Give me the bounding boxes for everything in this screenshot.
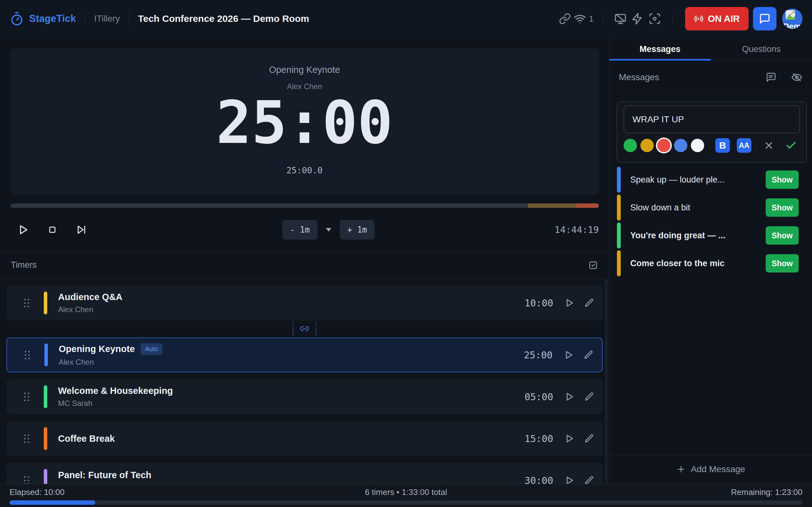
edit-pencil-icon[interactable] [584,434,595,444]
edit-pencil-icon[interactable] [584,298,595,308]
room-title: Tech Conference 2026 — Demo Room [138,13,309,24]
drag-handle[interactable] [24,299,29,307]
eye-off-icon[interactable] [791,72,803,83]
message-item[interactable]: Speak up — louder ple... Show [617,167,806,193]
message-color-bar [617,250,621,276]
message-text: You're doing great — ... [630,231,725,240]
timers-scrollbar[interactable] [605,279,608,484]
panel-header-icons [766,72,803,83]
active-timer-name: Opening Keynote [269,65,340,75]
connection-status[interactable]: 1 [573,12,594,25]
play-button[interactable] [17,223,30,236]
drag-handle[interactable] [24,476,29,484]
minus-1m-button[interactable]: - 1m [282,220,317,239]
share-link-button[interactable] [556,10,573,27]
timers-title: Timers [11,260,37,270]
check-square-icon[interactable] [588,260,598,270]
transport-buttons [17,223,87,236]
timer-row[interactable]: Audience Q&A Alex Chen 10:00 [6,285,603,320]
panel-title: Messages [619,72,659,82]
timer-row-selected[interactable]: Opening Keynote Auto Alex Chen 25:00 [6,337,603,372]
edit-pencil-icon[interactable] [583,350,594,360]
tab-messages[interactable]: Messages [609,38,711,60]
message-item[interactable]: You're doing great — ... Show [617,222,806,248]
color-swatch-green[interactable] [623,139,637,152]
monitor-off-icon [614,12,627,25]
add-message-button[interactable]: Add Message [609,454,812,484]
stagetick-app: StageTick ITillery Tech Conference 2026 … [0,0,812,507]
timer-row[interactable]: Welcome & Housekeeping MC Sarah 05:00 [6,379,603,414]
timer-info: Coffee Break [58,434,115,444]
timer-color-bar [44,469,47,484]
message-item[interactable]: Slow down a bit Show [617,194,806,221]
divider [85,12,85,25]
flash-button[interactable] [629,10,646,27]
bold-toggle-button[interactable]: B [715,138,730,153]
timer-color-bar [44,385,47,408]
edit-pencil-icon[interactable] [584,392,595,402]
show-message-button[interactable]: Show [766,254,799,273]
link-icon [559,13,571,25]
countdown-precise: 25:00.0 [287,165,322,175]
uppercase-toggle-button[interactable]: AA [737,138,751,153]
skip-forward-button[interactable] [75,224,87,236]
timer-progress-bar [10,204,599,208]
play-timer-button[interactable] [564,475,575,484]
timer-duration: 30:00 [525,475,553,484]
tab-questions[interactable]: Questions [711,38,812,60]
show-message-button[interactable]: Show [766,170,799,189]
show-message-button[interactable]: Show [766,199,799,217]
show-message-button[interactable]: Show [766,226,799,245]
plus-1m-button[interactable]: + 1m [340,220,375,239]
transport-controls: - 1m + 1m 14:44:19 [10,217,599,242]
timer-row[interactable]: Panel: Future of Tech 30:00 [6,463,603,484]
avatar-alt-text: Demo [783,21,803,29]
play-timer-button[interactable] [564,297,575,308]
timer-link-connector[interactable] [0,321,609,336]
divider [129,12,129,25]
display-off-button[interactable] [612,10,629,27]
drag-handle[interactable] [24,435,29,443]
timer-name: Panel: Future of Tech [58,470,151,481]
drag-handle[interactable] [24,393,29,401]
timer-info: Panel: Future of Tech [58,463,151,481]
confirm-check-icon[interactable] [785,139,797,152]
message-item[interactable]: Come closer to the mic Show [617,250,806,276]
header: StageTick ITillery Tech Conference 2026 … [0,0,812,38]
dashed-line [293,322,293,336]
edit-pencil-icon[interactable] [584,475,595,484]
drag-handle[interactable] [25,351,30,359]
app-logo[interactable]: StageTick [9,11,76,26]
chat-toggle-button[interactable] [753,7,776,31]
timer-row[interactable]: Coffee Break 15:00 [6,421,603,456]
timer-actions: 30:00 [525,475,595,484]
timer-duration: 10:00 [525,297,553,308]
play-timer-button[interactable] [564,433,575,444]
countdown-display: 25:00 [216,94,393,152]
color-swatch-yellow[interactable] [641,139,654,152]
color-swatch-white[interactable] [691,139,704,152]
caret-down-icon[interactable] [326,228,332,232]
timer-name: Welcome & Housekeeping [58,386,173,396]
active-timer-card: Opening Keynote Alex Chen 25:00 25:00.0 [10,48,599,195]
progress-warning-segment [528,204,576,208]
timer-speaker: MC Sarah [58,399,173,408]
user-avatar[interactable]: Demo [782,9,803,29]
stop-button[interactable] [47,224,58,235]
message-input[interactable] [623,106,800,133]
color-swatch-red-selected[interactable] [657,139,670,152]
message-square-text-icon[interactable] [766,72,776,83]
divider [603,12,603,25]
on-air-button[interactable]: ON AIR [685,7,749,31]
play-timer-button[interactable] [563,349,574,360]
play-timer-button[interactable] [564,391,575,402]
timer-actions: 25:00 [524,349,594,360]
app-name: StageTick [29,13,76,24]
progress-track-segment [10,204,599,208]
close-icon[interactable] [763,140,774,151]
timer-color-bar [44,291,47,314]
progress-critical-segment [577,204,599,208]
auto-badge: Auto [141,343,162,355]
color-swatch-blue[interactable] [674,139,687,152]
focus-mode-button[interactable] [646,10,663,27]
